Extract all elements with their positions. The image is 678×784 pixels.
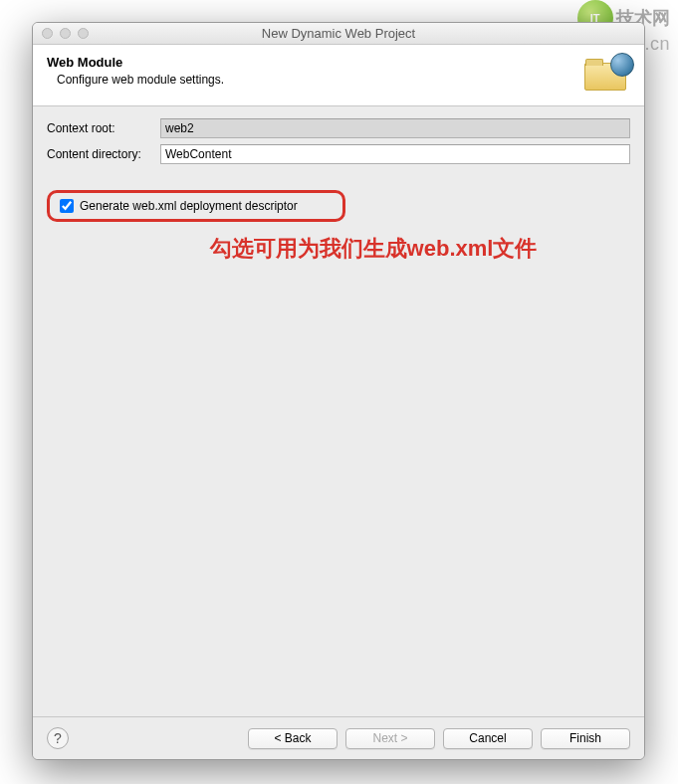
web-module-icon <box>582 55 630 98</box>
context-root-input[interactable] <box>160 118 630 138</box>
context-root-label: Context root: <box>47 121 160 135</box>
dialog-window: New Dynamic Web Project Web Module Confi… <box>32 22 645 760</box>
page-title: Web Module <box>47 55 582 70</box>
wizard-header: Web Module Configure web module settings… <box>33 45 644 106</box>
next-button[interactable]: Next > <box>345 728 435 749</box>
finish-button[interactable]: Finish <box>541 728 630 749</box>
content-directory-input[interactable] <box>160 144 630 164</box>
content-directory-label: Content directory: <box>47 147 160 161</box>
generate-descriptor-highlight: Generate web.xml deployment descriptor <box>47 190 345 222</box>
annotation-text: 勾选可用为我们生成web.xml文件 <box>47 234 630 264</box>
content-directory-row: Content directory: <box>47 144 630 164</box>
back-button[interactable]: < Back <box>248 728 338 749</box>
help-icon[interactable]: ? <box>47 727 69 749</box>
button-bar: ? < Back Next > Cancel Finish <box>33 716 644 759</box>
cancel-button[interactable]: Cancel <box>443 728 533 749</box>
generate-descriptor-checkbox[interactable] <box>60 199 74 213</box>
context-root-row: Context root: <box>47 118 630 138</box>
globe-icon <box>610 53 634 77</box>
window-title: New Dynamic Web Project <box>33 26 644 41</box>
form-area: Context root: Content directory: Generat… <box>33 106 644 716</box>
page-subtitle: Configure web module settings. <box>47 73 582 87</box>
titlebar: New Dynamic Web Project <box>33 23 644 45</box>
generate-descriptor-label: Generate web.xml deployment descriptor <box>80 199 298 213</box>
